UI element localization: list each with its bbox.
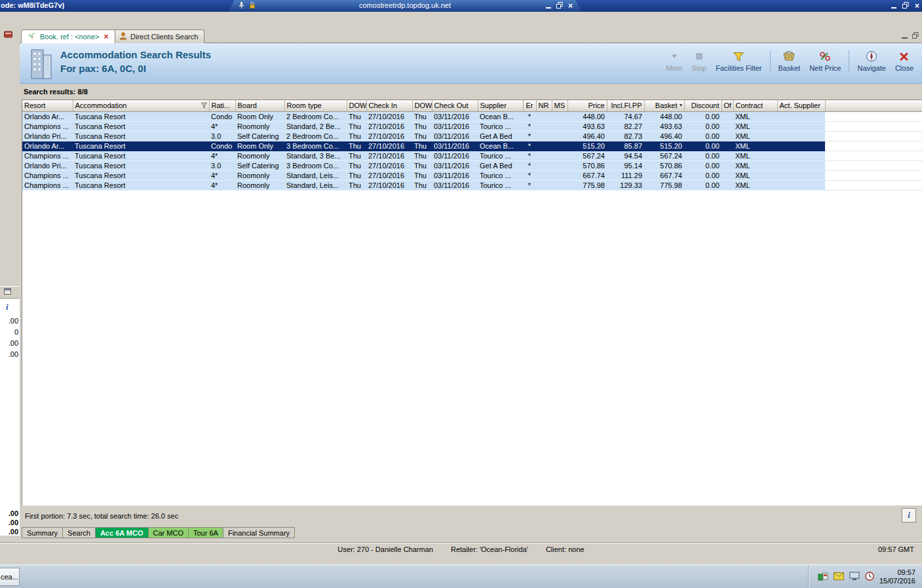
taskbar-window-button[interactable]: cea...: [0, 568, 20, 586]
rdp-connection-bar: comostreetrdp.topdog.uk.net ×: [228, 0, 582, 12]
filter-funnel-icon[interactable]: [201, 102, 208, 110]
cell-incl-fl-pp: 85.87: [607, 141, 644, 151]
cell-contract: XML: [733, 151, 777, 160]
network-icon[interactable]: [818, 572, 828, 583]
column-header-price[interactable]: Price: [567, 100, 607, 111]
display-icon[interactable]: [849, 572, 860, 582]
pane-restore-button[interactable]: [912, 32, 919, 40]
cell-of: [721, 131, 733, 141]
column-header-accommodation[interactable]: Accommodation: [73, 100, 209, 111]
window-restore-button[interactable]: [902, 2, 909, 10]
mail-icon[interactable]: [834, 572, 844, 581]
table-row[interactable]: Champions ...Tuscana Resort4*RoomonlySta…: [22, 121, 922, 131]
table-row[interactable]: Champions ...Tuscana Resort4*RoomonlySta…: [22, 170, 922, 180]
rdp-restore-button[interactable]: [556, 2, 563, 10]
search-timing-label: First portion: 7.3 sec, total search tim…: [25, 512, 178, 520]
tab-close-icon[interactable]: ×: [104, 32, 109, 41]
nett-price-button[interactable]: Nett Price: [805, 48, 845, 74]
facilities-filter-button[interactable]: Facilities Filter: [711, 48, 766, 74]
window-close-button[interactable]: ×: [915, 2, 919, 10]
cell-act-supplier: [777, 131, 825, 141]
column-header-nr[interactable]: NR: [536, 100, 552, 111]
bottom-tab-summary[interactable]: Summary: [22, 527, 63, 538]
rdp-minimize-button[interactable]: [546, 7, 551, 9]
cell-price: 567.24: [567, 151, 607, 160]
basket-icon: [782, 50, 796, 63]
cell-price: 775.98: [567, 180, 607, 190]
cell-ms: [552, 151, 567, 160]
left-panel-value: 0: [0, 328, 18, 336]
cell-dow: Thu: [347, 151, 366, 160]
column-header-board[interactable]: Board: [235, 100, 284, 111]
cell-resort: Champions ...: [22, 180, 73, 190]
cell-discount: 0.00: [684, 111, 721, 121]
stop-button[interactable]: Stop: [687, 48, 712, 74]
column-header-resort[interactable]: Resort: [22, 100, 73, 111]
bottom-tab-tour-6a[interactable]: Tour 6A: [189, 527, 223, 538]
cell-dow: Thu: [412, 160, 432, 170]
rdp-close-button[interactable]: ×: [568, 2, 573, 10]
cell-act-supplier: [777, 121, 825, 131]
column-header-check-out[interactable]: Check Out: [432, 100, 478, 111]
bottom-tab-acc-6a-mco[interactable]: Acc 6A MCO: [96, 527, 149, 538]
column-header-dow[interactable]: DOW: [412, 100, 432, 111]
tab-direct-clients-search[interactable]: Direct Clients Search: [113, 29, 204, 43]
table-row[interactable]: Orlando Pri...Tuscana Resort3.0Self Cate…: [22, 131, 922, 141]
close-button[interactable]: Close: [891, 48, 918, 74]
column-header-er[interactable]: Er: [523, 100, 536, 111]
cell-filler: [825, 121, 922, 131]
column-header-of[interactable]: Of: [721, 100, 733, 111]
column-header-dow[interactable]: DOW: [347, 100, 366, 111]
column-header-incl-fl-pp[interactable]: Incl.Fl.PP: [607, 100, 644, 111]
table-row[interactable]: Orlando Ar...Tuscana ResortCondoRoom Onl…: [22, 111, 922, 121]
tab-label: Book. ref : <none>: [40, 33, 100, 41]
info-button[interactable]: i: [902, 508, 916, 523]
cell-basket: 775.98: [644, 180, 684, 190]
cell-check-in: 27/10/2016: [366, 180, 412, 190]
column-header-basket[interactable]: Basket▼: [644, 100, 684, 111]
cell-resort: Orlando Ar...: [22, 111, 73, 121]
bottom-tab-car-mco[interactable]: Car MCO: [149, 527, 189, 538]
table-row[interactable]: Champions ...Tuscana Resort4*RoomonlySta…: [22, 151, 922, 160]
pax-subtitle: For pax: 6A, 0C, 0I: [60, 63, 146, 74]
cell-dow: Thu: [412, 131, 432, 141]
bottom-tab-financial-summary[interactable]: Financial Summary: [223, 527, 295, 538]
bottom-tab-search[interactable]: Search: [63, 527, 96, 538]
cell-supplier: Tourico ...: [478, 151, 523, 160]
left-panel-value: .00: [0, 350, 18, 358]
cell-ms: [552, 121, 567, 131]
column-header-room-type[interactable]: Room type: [284, 100, 347, 111]
pane-restore-icon[interactable]: [4, 288, 11, 296]
column-header-rati[interactable]: Rati...: [209, 100, 235, 111]
column-header-act-supplier[interactable]: Act. Supplier: [777, 100, 825, 111]
column-header-ms[interactable]: MS: [552, 100, 567, 111]
more-button[interactable]: More: [662, 48, 687, 74]
nett-price-icon: [819, 50, 831, 63]
cell-room-type: 3 Bedroom Co...: [284, 160, 347, 170]
window-minimize-button[interactable]: [891, 7, 896, 9]
cell-nr: [536, 131, 552, 141]
cell-act-supplier: [777, 170, 825, 180]
cell-supplier: Tourico ...: [478, 170, 523, 180]
clock-icon[interactable]: [865, 572, 874, 582]
table-row[interactable]: Champions ...Tuscana Resort4*RoomonlySta…: [22, 180, 922, 190]
page-title: Accommodation Search Results: [60, 49, 211, 60]
status-user: User: 270 - Danielle Charman: [337, 545, 433, 553]
cell-of: [721, 151, 733, 160]
table-row[interactable]: Orlando Ar...Tuscana ResortCondoRoom Onl…: [22, 141, 922, 151]
table-row[interactable]: Orlando Pri...Tuscana Resort3.0Self Cate…: [22, 160, 922, 170]
column-header-contract[interactable]: Contract: [733, 100, 777, 111]
column-header-supplier[interactable]: Supplier: [478, 100, 523, 111]
palm-icon: [28, 31, 37, 42]
cell-act-supplier: [777, 180, 825, 190]
column-header-discount[interactable]: Discount: [684, 100, 721, 111]
pane-minimize-button[interactable]: [902, 37, 908, 39]
cell-rati: 4*: [209, 180, 235, 190]
basket-button[interactable]: Basket: [774, 48, 805, 74]
tab-booking-ref[interactable]: Book. ref : <none> ×: [21, 29, 115, 43]
screen: ode: wM8iTdeG7v) comostreetrdp.topdog.uk…: [0, 0, 922, 588]
navigate-button[interactable]: Navigate: [853, 48, 890, 74]
cell-discount: 0.00: [684, 170, 721, 180]
status-bar: User: 270 - Danielle Charman Retailer: '…: [0, 542, 922, 555]
column-header-check-in[interactable]: Check In: [366, 100, 412, 111]
